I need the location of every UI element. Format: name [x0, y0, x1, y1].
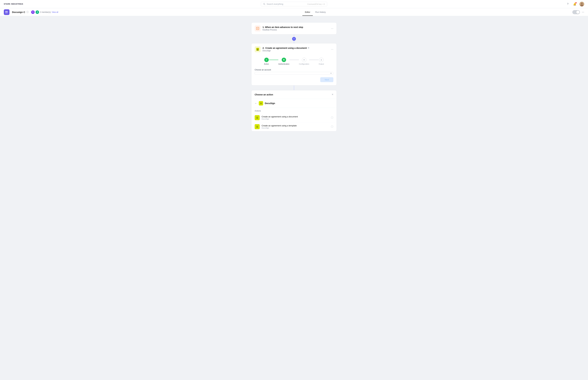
- action-item-1-subtitle: DocuSign: [262, 118, 298, 120]
- step1-left: 1. When an item advances to next step Ki…: [255, 25, 303, 31]
- step1-card: 1. When an item advances to next step Ki…: [251, 22, 337, 35]
- form-actions: Next: [255, 77, 333, 82]
- app-icon: [4, 9, 9, 15]
- step1-icon-box: [255, 25, 261, 31]
- nav-right: ? 🔔: [566, 2, 584, 6]
- step2-left: 2. Create an agreement using a document …: [255, 46, 309, 52]
- svg-line-1: [264, 4, 265, 5]
- prog-step-action: Action: [264, 58, 269, 65]
- step2-text: 2. Create an agreement using a document …: [263, 47, 309, 52]
- page-title-group: Docusign C ⓘ: [12, 11, 29, 14]
- svg-rect-8: [7, 12, 8, 13]
- choose-action-panel: Choose an action × ← DocuSign Actions: [251, 90, 337, 132]
- prog-label-output: Output: [319, 63, 324, 65]
- step1-title: 1. When an item advances to next step: [263, 26, 303, 28]
- step2-edit-icon[interactable]: ✏: [308, 47, 309, 49]
- svg-point-0: [264, 3, 265, 4]
- docusign-icon-small: [260, 102, 262, 105]
- prog-line-1: [269, 60, 278, 60]
- action-panel-subheader: ← DocuSign: [251, 99, 337, 108]
- step2-title: 2. Create an agreement using a document …: [263, 47, 309, 49]
- action-item-2-left: Create an agreement using a template Doc…: [255, 124, 297, 129]
- page-info-icon[interactable]: ⓘ: [26, 11, 29, 14]
- action-item-2-subtitle: DocuSign: [262, 127, 297, 129]
- step2-subtitle: DocuSign: [263, 50, 309, 52]
- auth-user-icon: [283, 59, 285, 61]
- prog-circle-output: {}: [319, 58, 324, 62]
- svg-marker-12: [266, 59, 267, 61]
- search-shortcut: Command/Ctrl key + E: [307, 3, 325, 5]
- tab-run-history[interactable]: Run history: [313, 9, 328, 16]
- prog-circle-action: [264, 58, 269, 62]
- account-select[interactable]: [255, 72, 333, 75]
- tab-list: Editor Run history: [302, 9, 328, 16]
- step1-icon: [256, 27, 259, 30]
- action-panel-title: Choose an action: [255, 93, 273, 96]
- logo-text: STARK INDUSTRIES: [4, 3, 23, 5]
- step2-card: 2. Create an agreement using a document …: [251, 43, 337, 85]
- toggle-switch[interactable]: [572, 10, 580, 14]
- members-count: 2 member(s): [40, 11, 51, 13]
- prog-label-config: Configuration: [299, 63, 309, 65]
- prog-label-auth: Authentication: [278, 63, 289, 65]
- action-item-1[interactable]: Create an agreement using a document Doc…: [251, 113, 337, 122]
- search-placeholder: Search everything: [267, 3, 306, 5]
- action-item-1-left: Create an agreement using a document Doc…: [255, 115, 298, 120]
- app-icon-svg: [5, 11, 8, 14]
- step2-icon-box: [255, 46, 261, 52]
- docusign-icon-sm: [259, 101, 263, 106]
- action-item-2-icon: [255, 124, 260, 129]
- action-item-1-info-icon[interactable]: ⓘ: [331, 116, 333, 119]
- form-label: Choose an account: [255, 69, 333, 71]
- close-action-panel-btn[interactable]: ×: [332, 93, 333, 96]
- action-item-2-info-icon[interactable]: ⓘ: [331, 125, 333, 128]
- add-step-btn[interactable]: +: [292, 37, 296, 41]
- notification-icon[interactable]: 🔔: [572, 2, 577, 6]
- help-icon[interactable]: ?: [566, 2, 570, 6]
- step1-text: 1. When an item advances to next step Ki…: [263, 26, 303, 31]
- sub-nav-left: Docusign C ⓘ N A 2 member(s) View all: [4, 9, 58, 15]
- select-wrapper[interactable]: ▾: [255, 72, 333, 75]
- docusign-label: DocuSign: [265, 102, 275, 105]
- svg-point-13: [284, 59, 284, 60]
- step1-subtitle: Kissflow Process: [263, 29, 303, 31]
- back-btn[interactable]: ←: [255, 102, 257, 105]
- sub-nav-right: ···: [572, 10, 584, 14]
- action-item-1-title: Create an agreement using a document: [262, 115, 298, 118]
- svg-rect-6: [7, 11, 8, 12]
- step2-header: 2. Create an agreement using a document …: [251, 43, 337, 55]
- top-nav: STARK INDUSTRIES Search everything Comma…: [0, 0, 588, 8]
- search-bar[interactable]: Search everything Command/Ctrl key + E: [261, 2, 327, 6]
- main-content: 1. When an item advances to next step Ki…: [0, 16, 588, 380]
- step1-dots[interactable]: ···: [331, 27, 333, 30]
- step2-icon: [256, 48, 259, 51]
- action-item-1-icon: [255, 115, 260, 120]
- user-avatar[interactable]: [579, 2, 584, 6]
- docusign-icon-action2: [256, 125, 259, 128]
- prog-step-config: ✕ Configuration: [299, 58, 309, 65]
- action-item-2-title: Create an agreement using a template: [262, 124, 297, 127]
- page-title: Docusign C: [12, 11, 25, 13]
- member-avatar-1: N: [31, 10, 35, 14]
- actions-section-title: Actions: [251, 108, 337, 113]
- step1-header: 1. When an item advances to next step Ki…: [251, 23, 337, 34]
- prog-circle-auth: [282, 58, 286, 62]
- connector-1: +: [294, 35, 294, 43]
- action-item-1-text: Create an agreement using a document Doc…: [262, 115, 298, 120]
- prog-circle-config: ✕: [302, 58, 306, 62]
- notification-badge: [575, 2, 577, 3]
- action-item-2[interactable]: Create an agreement using a template Doc…: [251, 122, 337, 131]
- prog-line-3: [309, 60, 319, 60]
- more-options-btn[interactable]: ···: [582, 10, 584, 14]
- action-item-2-text: Create an agreement using a template Doc…: [262, 124, 297, 129]
- tab-editor[interactable]: Editor: [302, 9, 313, 16]
- step2-body: Action Authentication: [251, 55, 337, 85]
- prog-step-auth: Authentication: [278, 58, 289, 65]
- next-button[interactable]: Next: [320, 77, 333, 82]
- connector-2: [294, 85, 294, 90]
- view-all-link[interactable]: View all: [52, 11, 58, 13]
- step2-dots[interactable]: ···: [331, 48, 333, 51]
- progress-steps: Action Authentication: [255, 58, 333, 65]
- prog-step-output: {} Output: [319, 58, 324, 65]
- action-lightning-icon: [265, 59, 268, 61]
